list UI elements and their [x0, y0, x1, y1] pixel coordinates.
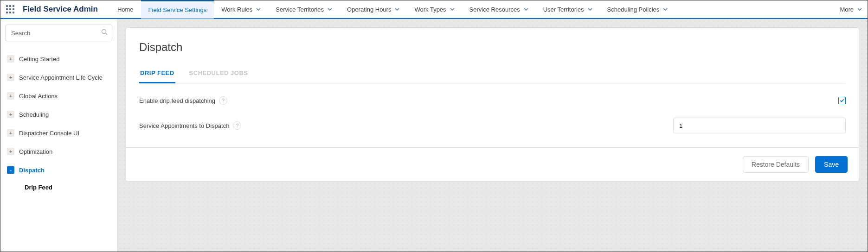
appointments-to-dispatch-row: Service Appointments to Dispatch ?	[139, 118, 846, 133]
app-title: Field Service Admin	[23, 5, 98, 14]
nav-tab-home[interactable]: Home	[110, 0, 141, 19]
chevron-down-icon	[663, 6, 668, 13]
enable-drip-feed-row: Enable drip feed dispatching ?	[139, 96, 846, 105]
sidebar-item-dispatcher-console-ui[interactable]: +Dispatcher Console UI	[5, 124, 112, 142]
subtab-drip-feed[interactable]: Drip Feed	[139, 65, 175, 83]
sidebar-item-optimization[interactable]: +Optimization	[5, 142, 112, 161]
help-icon[interactable]: ?	[219, 96, 227, 105]
save-button[interactable]: Save	[815, 156, 848, 173]
expand-icon[interactable]: +	[7, 74, 14, 81]
chevron-down-icon	[395, 6, 399, 13]
sidebar-item-dispatch[interactable]: -Dispatch	[5, 161, 112, 179]
chevron-down-icon	[588, 6, 592, 13]
sidebar-item-label: Optimization	[19, 148, 52, 155]
sidebar-item-label: Service Appointment Life Cycle	[19, 74, 103, 81]
expand-icon[interactable]: +	[7, 55, 14, 63]
nav-tab-service-resources[interactable]: Service Resources	[462, 0, 536, 19]
enable-drip-feed-checkbox[interactable]	[838, 97, 846, 104]
nav-tab-scheduling-policies[interactable]: Scheduling Policies	[600, 0, 675, 19]
more-label: More	[840, 6, 854, 13]
chevron-down-icon	[256, 6, 261, 13]
app-launcher-icon[interactable]	[6, 5, 14, 13]
sidebar-item-service-appointment-life-cycle[interactable]: +Service Appointment Life Cycle	[5, 68, 112, 87]
chevron-down-icon	[450, 6, 455, 13]
more-menu[interactable]: More	[840, 6, 862, 13]
nav-tabs: HomeField Service SettingsWork RulesServ…	[110, 0, 675, 19]
sidebar-child-drip-feed[interactable]: Drip Feed	[5, 179, 112, 195]
expand-icon[interactable]: +	[7, 92, 14, 100]
sidebar-item-getting-started[interactable]: +Getting Started	[5, 50, 112, 68]
svg-line-1	[106, 33, 108, 35]
subtabs: Drip FeedScheduled Jobs	[139, 65, 846, 83]
sidebar: +Getting Started+Service Appointment Lif…	[0, 19, 117, 252]
sidebar-item-label: Global Actions	[19, 93, 58, 100]
expand-icon[interactable]: +	[7, 129, 14, 137]
sidebar-item-global-actions[interactable]: +Global Actions	[5, 87, 112, 105]
svg-point-0	[102, 30, 106, 34]
appointments-to-dispatch-label: Service Appointments to Dispatch ?	[139, 121, 241, 130]
content-area: Dispatch Drip FeedScheduled Jobs Enable …	[117, 19, 868, 252]
search-wrap	[5, 25, 112, 41]
expand-icon[interactable]: +	[7, 111, 14, 118]
main-panel: Dispatch Drip FeedScheduled Jobs Enable …	[126, 27, 859, 182]
collapse-icon[interactable]: -	[7, 166, 14, 174]
sidebar-item-scheduling[interactable]: +Scheduling	[5, 105, 112, 124]
enable-drip-feed-label: Enable drip feed dispatching ?	[139, 96, 227, 105]
chevron-down-icon	[524, 6, 528, 13]
page-title: Dispatch	[139, 41, 846, 54]
expand-icon[interactable]: +	[7, 148, 14, 155]
panel-footer: Restore Defaults Save	[126, 147, 859, 181]
top-navigation: Field Service Admin HomeField Service Se…	[0, 0, 868, 19]
chevron-down-icon	[857, 6, 862, 13]
nav-tab-work-types[interactable]: Work Types	[407, 0, 462, 19]
sidebar-item-label: Getting Started	[19, 56, 59, 63]
help-icon[interactable]: ?	[233, 121, 241, 130]
subtab-scheduled-jobs[interactable]: Scheduled Jobs	[188, 65, 249, 83]
sidebar-item-label: Scheduling	[19, 111, 49, 118]
sidebar-tree: +Getting Started+Service Appointment Lif…	[5, 50, 112, 195]
nav-tab-operating-hours[interactable]: Operating Hours	[340, 0, 407, 19]
nav-tab-work-rules[interactable]: Work Rules	[214, 0, 268, 19]
nav-tab-service-territories[interactable]: Service Territories	[268, 0, 340, 19]
nav-tab-field-service-settings[interactable]: Field Service Settings	[141, 0, 214, 19]
restore-defaults-button[interactable]: Restore Defaults	[743, 156, 809, 173]
sidebar-item-label: Dispatcher Console UI	[19, 130, 79, 137]
search-input[interactable]	[5, 25, 112, 41]
search-icon	[101, 29, 108, 37]
sidebar-item-label: Dispatch	[19, 167, 45, 174]
appointments-to-dispatch-input[interactable]	[673, 118, 846, 133]
chevron-down-icon	[328, 6, 332, 13]
workspace: +Getting Started+Service Appointment Lif…	[0, 19, 868, 252]
nav-tab-user-territories[interactable]: User Territories	[536, 0, 600, 19]
